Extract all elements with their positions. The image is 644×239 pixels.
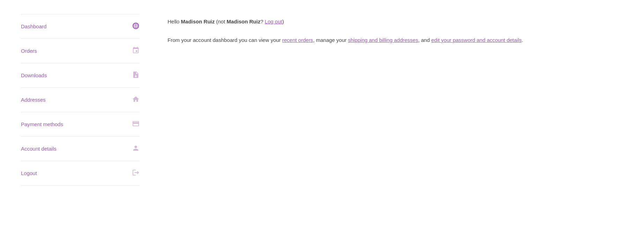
sidebar-item-payment-methods[interactable]: Payment methods (21, 112, 140, 137)
greeting-prefix: Hello (168, 19, 181, 24)
addresses-icon (132, 95, 140, 104)
description-middle1: , manage your (313, 37, 348, 43)
user-name: Madison Ruiz (181, 19, 215, 24)
sidebar-label-orders: Orders (21, 48, 37, 54)
greeting-close: ) (282, 19, 284, 24)
dashboard-icon (132, 22, 140, 31)
sidebar-label-downloads: Downloads (21, 72, 47, 78)
description-suffix: . (522, 37, 523, 43)
sidebar-label-payment-methods: Payment methods (21, 121, 63, 127)
description-prefix: From your account dashboard you can view… (168, 37, 282, 43)
sidebar-label-dashboard: Dashboard (21, 23, 46, 29)
dashboard-description: From your account dashboard you can view… (168, 36, 552, 45)
sidebar-item-orders[interactable]: Orders (21, 39, 140, 63)
sidebar-item-account-details[interactable]: Account details (21, 137, 140, 161)
downloads-icon (132, 71, 140, 80)
description-middle2: , and (418, 37, 431, 43)
orders-icon (132, 46, 140, 55)
sidebar-label-account-details: Account details (21, 146, 57, 152)
sidebar-label-addresses: Addresses (21, 97, 46, 103)
user-name-alt: Madison Ruiz (227, 19, 260, 24)
greeting-question: ? (260, 19, 265, 24)
shipping-billing-link[interactable]: shipping and billing addresses (348, 37, 418, 43)
greeting-middle: (not (215, 19, 227, 24)
sidebar-item-logout[interactable]: Logout (21, 161, 140, 186)
sidebar: Dashboard Orders Downloads (21, 14, 140, 186)
edit-password-link[interactable]: edit your password and account details (431, 37, 521, 43)
sidebar-item-dashboard[interactable]: Dashboard (21, 14, 140, 39)
recent-orders-link[interactable]: recent orders (282, 37, 313, 43)
sidebar-item-addresses[interactable]: Addresses (21, 88, 140, 112)
logout-link[interactable]: Log out (265, 19, 282, 24)
sidebar-label-logout: Logout (21, 170, 37, 176)
payment-methods-icon (132, 120, 140, 129)
greeting-paragraph: Hello Madison Ruiz (not Madison Ruiz? Lo… (168, 17, 623, 26)
account-details-icon (132, 144, 140, 153)
main-content: Hello Madison Ruiz (not Madison Ruiz? Lo… (168, 14, 623, 186)
logout-icon (132, 169, 140, 178)
sidebar-item-downloads[interactable]: Downloads (21, 63, 140, 88)
